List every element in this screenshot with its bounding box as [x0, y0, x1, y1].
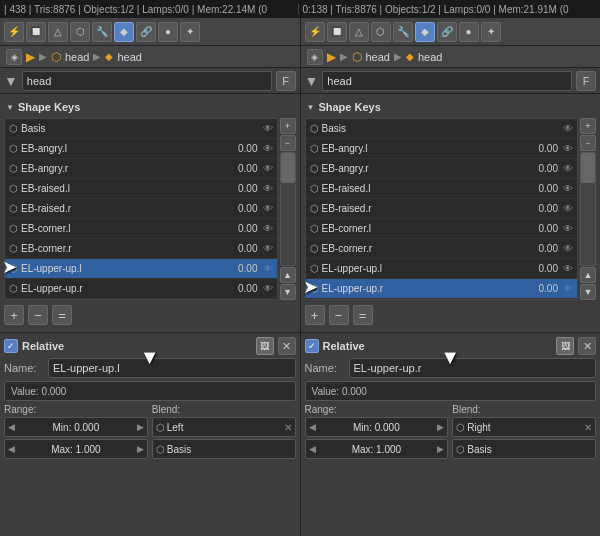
menu-key-btn[interactable]: =: [52, 305, 72, 325]
scroll-add-btn[interactable]: +: [280, 118, 296, 134]
search-f-btn[interactable]: F: [276, 71, 296, 91]
scroll-add-btn[interactable]: +: [580, 118, 596, 134]
key-eye-4[interactable]: 👁: [263, 203, 273, 214]
min-left-arrow[interactable]: ◀: [8, 422, 15, 432]
min-right-arrow[interactable]: ▶: [437, 422, 444, 432]
blend-close-btn[interactable]: ✕: [584, 422, 592, 433]
section-header-left[interactable]: ▼ Shape Keys: [4, 98, 296, 116]
key-eye-7[interactable]: 👁: [263, 263, 273, 274]
remove-key-btn[interactable]: −: [28, 305, 48, 325]
min-field[interactable]: ◀ Min: 0.000 ▶: [305, 417, 449, 437]
key-eye-2[interactable]: 👁: [263, 163, 273, 174]
key-item-2[interactable]: ⬡ EB-angry.r 0.00 👁: [306, 159, 578, 179]
texture-btn[interactable]: 🖼: [556, 337, 574, 355]
key-eye-1[interactable]: 👁: [263, 143, 273, 154]
value-slider[interactable]: Value: 0.000: [4, 381, 296, 401]
key-eye-8[interactable]: 👁: [563, 283, 573, 294]
menu-key-btn[interactable]: =: [353, 305, 373, 325]
mode-icon[interactable]: ⚡: [4, 22, 24, 42]
key-eye-3[interactable]: 👁: [263, 183, 273, 194]
key-eye-6[interactable]: 👁: [563, 243, 573, 254]
breadcrumb-head1[interactable]: head: [366, 51, 390, 63]
min-left-arrow[interactable]: ◀: [309, 422, 316, 432]
max-right-arrow[interactable]: ▶: [137, 444, 144, 454]
key-eye-6[interactable]: 👁: [263, 243, 273, 254]
key-eye-1[interactable]: 👁: [563, 143, 573, 154]
view-icon[interactable]: 🔲: [327, 22, 347, 42]
max-field[interactable]: ◀ Max: 1.000 ▶: [4, 439, 148, 459]
breadcrumb-head2[interactable]: head: [418, 51, 442, 63]
key-item-8[interactable]: ⬡ EL-upper-up.r 0.00 👁: [5, 279, 277, 299]
section-header-right[interactable]: ▼ Shape Keys: [305, 98, 597, 116]
search-input-left[interactable]: [22, 71, 272, 91]
add-key-btn[interactable]: +: [4, 305, 24, 325]
min-right-arrow[interactable]: ▶: [137, 422, 144, 432]
add-key-btn[interactable]: +: [305, 305, 325, 325]
mesh-icon[interactable]: △: [349, 22, 369, 42]
breadcrumb-head1[interactable]: head: [65, 51, 89, 63]
name-value-box[interactable]: EL-upper-up.l: [48, 358, 296, 378]
texture-btn[interactable]: 🖼: [256, 337, 274, 355]
relative-checkbox[interactable]: ✓: [4, 339, 18, 353]
view-icon[interactable]: 🔲: [26, 22, 46, 42]
particle-icon[interactable]: ✦: [180, 22, 200, 42]
key-item-3[interactable]: ⬡ EB-raised.l 0.00 👁: [306, 179, 578, 199]
max-field[interactable]: ◀ Max: 1.000 ▶: [305, 439, 449, 459]
scroll-up-btn[interactable]: ▲: [280, 267, 296, 283]
mode-icon[interactable]: ⚡: [305, 22, 325, 42]
key-eye-5[interactable]: 👁: [563, 223, 573, 234]
key-item-4[interactable]: ⬡ EB-raised.r 0.00 👁: [306, 199, 578, 219]
key-item-2[interactable]: ⬡ EB-angry.r 0.00 👁: [5, 159, 277, 179]
blend-base-field[interactable]: ⬡ Basis: [152, 439, 296, 459]
key-item-7[interactable]: ⬡ EL-upper-up.l 0.00 👁: [306, 259, 578, 279]
key-item-0[interactable]: ⬡ Basis 👁: [5, 119, 277, 139]
key-item-1[interactable]: ⬡ EB-angry.l 0.00 👁: [306, 139, 578, 159]
max-left-arrow[interactable]: ◀: [8, 444, 15, 454]
blend-value-field[interactable]: ⬡ Left ✕: [152, 417, 296, 437]
search-input-right[interactable]: [322, 71, 572, 91]
modifier-icon[interactable]: 🔧: [393, 22, 413, 42]
key-item-3[interactable]: ⬡ EB-raised.l 0.00 👁: [5, 179, 277, 199]
min-field[interactable]: ◀ Min: 0.000 ▶: [4, 417, 148, 437]
scroll-down-btn[interactable]: ▼: [580, 284, 596, 300]
key-item-6[interactable]: ⬡ EB-corner.r 0.00 👁: [5, 239, 277, 259]
uv-icon[interactable]: 🔗: [136, 22, 156, 42]
key-item-1[interactable]: ⬡ EB-angry.l 0.00 👁: [5, 139, 277, 159]
key-eye-3[interactable]: 👁: [563, 183, 573, 194]
key-item-8[interactable]: ⬡ EL-upper-up.r 0.00 👁: [306, 279, 578, 299]
scrollbar-track[interactable]: [580, 152, 596, 266]
key-item-5[interactable]: ⬡ EB-corner.l 0.00 👁: [306, 219, 578, 239]
key-eye-8[interactable]: 👁: [263, 283, 273, 294]
max-left-arrow[interactable]: ◀: [309, 444, 316, 454]
shapekey-icon[interactable]: ◆: [114, 22, 134, 42]
scroll-remove-btn[interactable]: −: [280, 135, 296, 151]
max-right-arrow[interactable]: ▶: [437, 444, 444, 454]
blend-value-field[interactable]: ⬡ Right ✕: [452, 417, 596, 437]
key-item-4[interactable]: ⬡ EB-raised.r 0.00 👁: [5, 199, 277, 219]
key-item-6[interactable]: ⬡ EB-corner.r 0.00 👁: [306, 239, 578, 259]
modifier-icon[interactable]: 🔧: [92, 22, 112, 42]
key-eye-0[interactable]: 👁: [563, 123, 573, 134]
search-f-btn[interactable]: F: [576, 71, 596, 91]
section-close-btn[interactable]: ✕: [578, 337, 596, 355]
object-icon[interactable]: ⬡: [70, 22, 90, 42]
scroll-down-btn[interactable]: ▼: [280, 284, 296, 300]
value-slider[interactable]: Value: 0.000: [305, 381, 597, 401]
scroll-remove-btn[interactable]: −: [580, 135, 596, 151]
key-eye-0[interactable]: 👁: [263, 123, 273, 134]
name-value-box[interactable]: EL-upper-up.r: [349, 358, 597, 378]
blend-close-btn[interactable]: ✕: [284, 422, 292, 433]
key-item-7[interactable]: ⬡ EL-upper-up.l 0.00 👁: [5, 259, 277, 279]
mesh-icon[interactable]: △: [48, 22, 68, 42]
section-close-btn[interactable]: ✕: [278, 337, 296, 355]
particle-icon[interactable]: ✦: [481, 22, 501, 42]
shapekey-icon[interactable]: ◆: [415, 22, 435, 42]
key-eye-5[interactable]: 👁: [263, 223, 273, 234]
key-eye-7[interactable]: 👁: [563, 263, 573, 274]
scroll-up-btn[interactable]: ▲: [580, 267, 596, 283]
material-icon[interactable]: ●: [459, 22, 479, 42]
scrollbar-track[interactable]: [280, 152, 296, 266]
object-icon[interactable]: ⬡: [371, 22, 391, 42]
relative-checkbox[interactable]: ✓: [305, 339, 319, 353]
blend-base-field[interactable]: ⬡ Basis: [452, 439, 596, 459]
